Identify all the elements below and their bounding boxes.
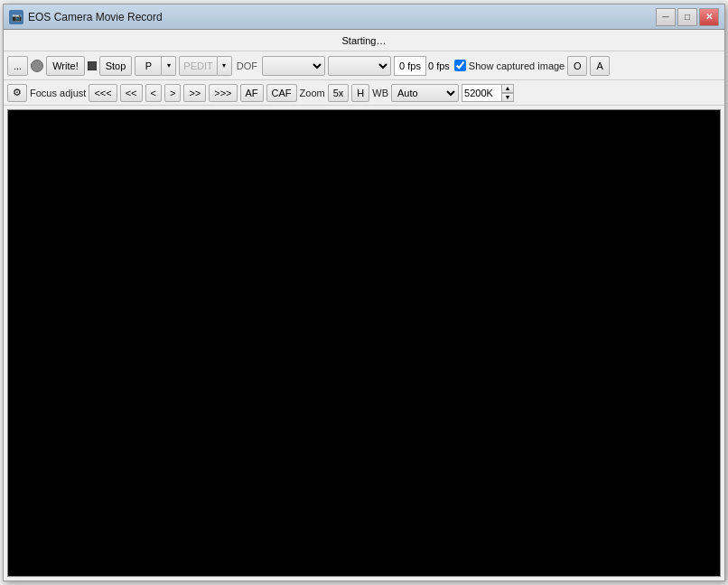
stop-icon [88, 61, 97, 70]
fps-text: 0 fps [426, 60, 452, 71]
pedit-dropdown[interactable]: ▾ [218, 56, 232, 76]
focus-far3-button[interactable]: <<< [89, 84, 117, 102]
temp-up-button[interactable]: ▲ [501, 84, 514, 93]
focus-adjust-label: Focus adjust [30, 88, 86, 98]
caf-button[interactable]: CAF [266, 84, 297, 102]
record-indicator [31, 60, 43, 72]
toolbar-row-2: ⚙ Focus adjust <<< << < > >> >>> AF CAF … [4, 80, 724, 106]
settings-icon-button[interactable]: ⚙ [7, 84, 27, 102]
close-button[interactable]: ✕ [699, 8, 719, 26]
focus-near2-button[interactable]: >> [183, 84, 206, 102]
show-captured-checkbox[interactable] [454, 60, 466, 71]
focus-far1-button[interactable]: < [145, 84, 162, 102]
stop-button[interactable]: Stop [99, 56, 133, 76]
temp-spinner: ▲ ▼ [501, 84, 514, 102]
pedit-button[interactable]: PEDIT [179, 56, 217, 76]
af-button[interactable]: AF [240, 84, 264, 102]
minimize-button[interactable]: ─ [656, 8, 676, 26]
window-title: EOS Camera Movie Record [28, 11, 656, 23]
temp-input[interactable] [462, 84, 502, 102]
status-bar: Starting… [4, 30, 724, 51]
app-icon: 📷 [9, 10, 23, 24]
zoom-5x-button[interactable]: 5x [328, 84, 350, 102]
dof-select-1[interactable] [262, 56, 325, 76]
main-window: 📷 EOS Camera Movie Record ─ □ ✕ Starting… [3, 4, 725, 581]
focus-near3-button[interactable]: >>> [209, 84, 237, 102]
p-button[interactable]: P [135, 56, 162, 76]
p-dropdown[interactable]: ▾ [162, 56, 176, 76]
show-captured-label: Show captured image [469, 60, 565, 71]
browse-button[interactable]: ... [7, 56, 28, 76]
title-bar: 📷 EOS Camera Movie Record ─ □ ✕ [4, 5, 724, 30]
wb-select[interactable]: Auto Daylight Shade Cloudy Tungsten Fluo… [391, 84, 459, 102]
focus-far2-button[interactable]: << [120, 84, 143, 102]
zoom-h-button[interactable]: H [351, 84, 369, 102]
focus-near1-button[interactable]: > [164, 84, 181, 102]
zoom-label: Zoom [300, 88, 325, 98]
toolbar-row-1: ... Write! Stop P ▾ PEDIT ▾ DOF [4, 51, 724, 80]
status-text: Starting… [342, 35, 387, 46]
fps-display [394, 56, 426, 76]
dof-select-2[interactable] [328, 56, 391, 76]
temp-down-button[interactable]: ▼ [501, 93, 514, 102]
a-button[interactable]: A [590, 56, 610, 76]
maximize-button[interactable]: □ [677, 8, 697, 26]
o-button[interactable]: O [567, 56, 587, 76]
show-captured-wrapper: Show captured image [454, 60, 565, 71]
dof-label: DOF [235, 60, 259, 71]
title-controls: ─ □ ✕ [656, 8, 719, 26]
write-button[interactable]: Write! [46, 56, 85, 76]
video-preview [7, 109, 721, 577]
wb-label: WB [372, 88, 388, 98]
